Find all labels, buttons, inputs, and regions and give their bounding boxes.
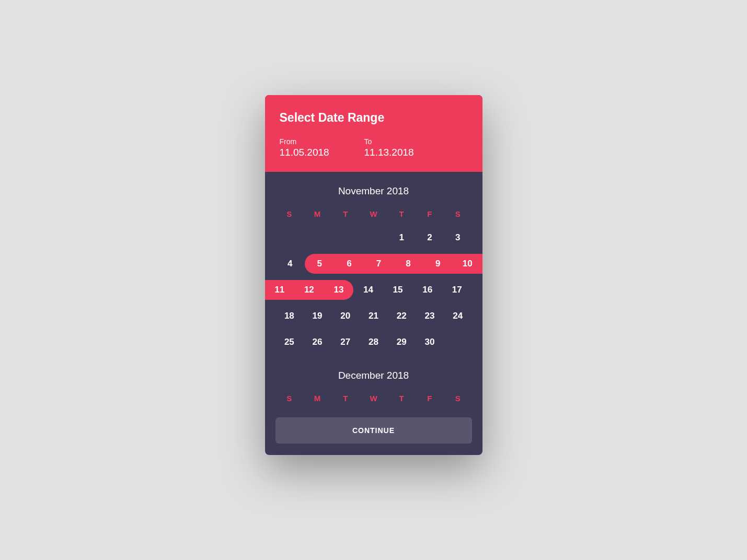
calendar-day[interactable]: 24 <box>444 306 472 326</box>
weekday-label: W <box>360 206 388 224</box>
calendar-day[interactable]: 22 <box>387 306 416 326</box>
weekday-header: SMTWTFS <box>265 391 482 408</box>
to-label: To <box>364 137 449 146</box>
calendar-day[interactable]: 30 <box>416 332 444 352</box>
calendar-day[interactable]: 6 <box>335 254 364 274</box>
weekday-label: T <box>331 391 360 408</box>
month-title: December 2018 <box>265 356 482 391</box>
calendar-day-empty <box>275 228 304 248</box>
calendar-day[interactable]: 5 <box>305 254 335 274</box>
calendar-day-empty <box>360 228 388 248</box>
weekday-label: F <box>416 391 444 408</box>
picker-header: Select Date Range From 11.05.2018 To 11.… <box>265 95 482 172</box>
weekday-label: M <box>303 391 331 408</box>
calendar-day-empty <box>444 332 472 352</box>
continue-button[interactable]: CONTINUE <box>275 417 472 444</box>
to-value: 11.13.2018 <box>364 147 449 158</box>
weekday-header: SMTWTFS <box>265 206 482 224</box>
calendar-day[interactable]: 29 <box>387 332 416 352</box>
calendar-week: 123 <box>265 226 482 250</box>
calendar-day[interactable]: 8 <box>394 254 423 274</box>
weekday-label: M <box>303 206 331 224</box>
calendar-day[interactable]: 21 <box>360 306 388 326</box>
calendar-day[interactable]: 4 <box>275 254 305 274</box>
calendar-day[interactable]: 10 <box>453 254 482 274</box>
picker-body: November 2018SMTWTFS12345678910111213141… <box>265 172 482 455</box>
calendar-day[interactable]: 13 <box>324 280 354 300</box>
calendar-day[interactable]: 2 <box>416 228 444 248</box>
calendar-day-empty <box>331 228 360 248</box>
calendar-day[interactable]: 15 <box>383 280 413 300</box>
calendar-day-empty <box>303 228 331 248</box>
calendar-week: 45678910 <box>265 252 482 276</box>
calendar-week: 11121314151617 <box>265 278 482 302</box>
from-field[interactable]: From 11.05.2018 <box>280 137 364 158</box>
calendar-day[interactable]: 7 <box>364 254 394 274</box>
calendar-day[interactable]: 19 <box>303 306 331 326</box>
calendar-day[interactable]: 18 <box>275 306 304 326</box>
from-label: From <box>280 137 364 146</box>
weekday-label: T <box>387 391 416 408</box>
weekday-label: S <box>275 391 304 408</box>
calendar-day[interactable]: 14 <box>353 280 383 300</box>
weekday-label: W <box>360 391 388 408</box>
calendar-day[interactable]: 28 <box>360 332 388 352</box>
calendar-day[interactable]: 26 <box>303 332 331 352</box>
from-value: 11.05.2018 <box>280 147 364 158</box>
calendar-day[interactable]: 23 <box>416 306 444 326</box>
picker-title: Select Date Range <box>280 111 468 125</box>
weekday-label: S <box>444 206 472 224</box>
weekday-label: S <box>444 391 472 408</box>
range-summary: From 11.05.2018 To 11.13.2018 <box>280 137 468 158</box>
calendar-week: 18192021222324 <box>265 304 482 328</box>
calendar-week: 252627282930 <box>265 330 482 354</box>
calendar-day[interactable]: 9 <box>423 254 453 274</box>
calendar-day[interactable]: 17 <box>442 280 472 300</box>
calendar-day[interactable]: 16 <box>412 280 442 300</box>
calendar-day[interactable]: 20 <box>331 306 360 326</box>
date-range-picker: Select Date Range From 11.05.2018 To 11.… <box>265 95 482 455</box>
calendar-day[interactable]: 25 <box>275 332 304 352</box>
month-title: November 2018 <box>265 172 482 206</box>
calendar-day[interactable]: 3 <box>444 228 472 248</box>
to-field[interactable]: To 11.13.2018 <box>364 137 449 158</box>
weekday-label: S <box>275 206 304 224</box>
weekday-label: T <box>331 206 360 224</box>
weekday-label: F <box>416 206 444 224</box>
weekday-label: T <box>387 206 416 224</box>
calendar-day[interactable]: 11 <box>265 280 295 300</box>
calendar-day[interactable]: 12 <box>294 280 324 300</box>
calendar-day[interactable]: 27 <box>331 332 360 352</box>
calendar-day[interactable]: 1 <box>387 228 416 248</box>
